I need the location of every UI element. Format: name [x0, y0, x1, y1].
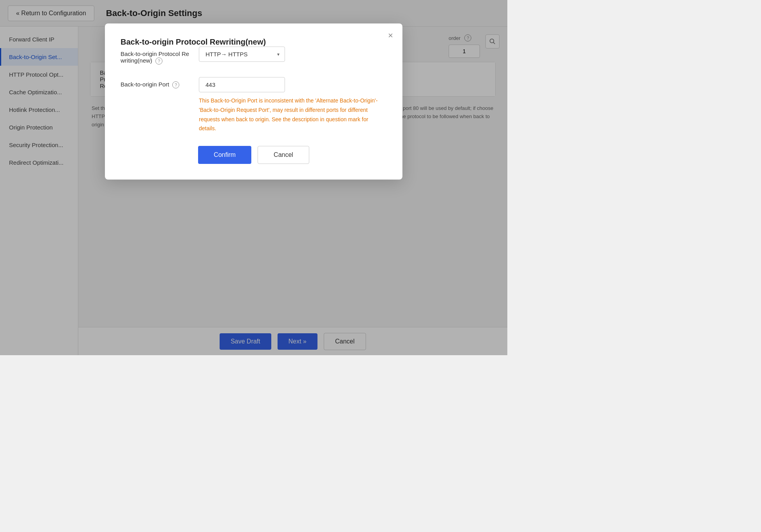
confirm-button[interactable]: Confirm	[198, 146, 251, 164]
protocol-select-wrapper: Follow HTTP→ HTTPS HTTPS→ HTTP ▾	[199, 47, 285, 62]
modal-close-button[interactable]: ×	[388, 31, 393, 40]
port-form-row: Back-to-origin Port ? This Back-to-Origi…	[121, 77, 387, 133]
modal-overlay: Back-to-origin Protocol Rewriting(new) ×…	[0, 0, 507, 355]
port-help-icon[interactable]: ?	[172, 81, 179, 88]
modal-dialog: Back-to-origin Protocol Rewriting(new) ×…	[105, 23, 402, 180]
protocol-select[interactable]: Follow HTTP→ HTTPS HTTPS→ HTTP	[199, 47, 285, 62]
cancel-modal-button[interactable]: Cancel	[258, 146, 309, 164]
modal-actions: Confirm Cancel	[121, 146, 387, 164]
protocol-label: Back-to-origin Protocol Re writing(new) …	[121, 47, 199, 65]
port-label: Back-to-origin Port ?	[121, 77, 199, 88]
modal-title: Back-to-origin Protocol Rewriting(new)	[121, 38, 266, 46]
protocol-help-icon[interactable]: ?	[155, 58, 162, 65]
port-input-container: This Back-to-Origin Port is inconsistent…	[199, 77, 387, 133]
protocol-form-row: Back-to-origin Protocol Re writing(new) …	[121, 47, 387, 65]
warning-text: This Back-to-Origin Port is inconsistent…	[199, 96, 387, 133]
port-input[interactable]	[199, 77, 285, 92]
